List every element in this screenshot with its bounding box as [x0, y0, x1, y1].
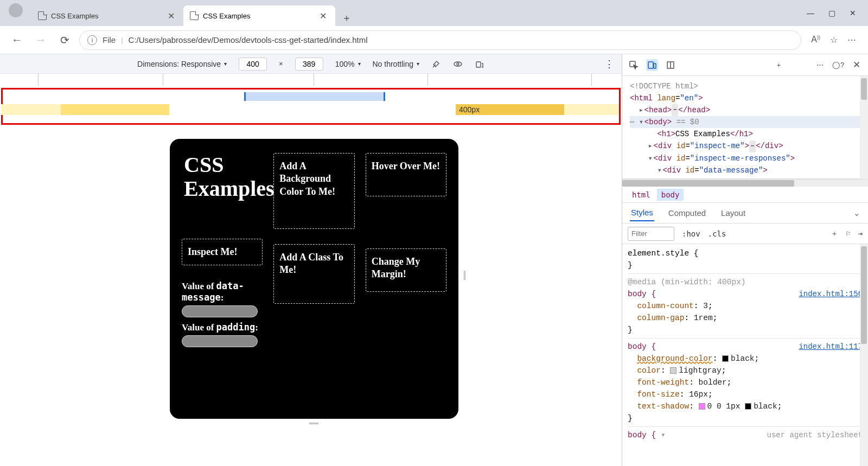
color-swatch-icon[interactable]: [699, 403, 705, 410]
eyedropper-icon[interactable]: [431, 59, 441, 69]
toggle-sidebar-icon[interactable]: ⇥: [858, 229, 863, 239]
media-query-bar-max[interactable]: [244, 92, 385, 101]
tab-computed[interactable]: Computed: [667, 205, 707, 221]
browser-tabs: CSS Examples ✕ CSS Examples ✕ ＋: [31, 3, 355, 26]
scrollbar[interactable]: [860, 244, 868, 466]
throttling-dropdown[interactable]: No throttling: [373, 60, 419, 68]
label-padding: Value of padding:: [182, 322, 263, 333]
read-aloud-icon[interactable]: A)): [811, 35, 820, 44]
inspect-me-box[interactable]: Inspect Me!: [182, 239, 263, 265]
scrollbar[interactable]: [622, 179, 868, 187]
devtools-panel: ＋ ⋯ ◯? ✕ <!DOCTYPE html> <html lang="en"…: [622, 54, 868, 466]
page-heading: CSS Examples: [184, 153, 282, 201]
tab-layout[interactable]: Layout: [720, 205, 746, 221]
styles-rules[interactable]: element.style { } @media (min-width: 400…: [622, 244, 868, 446]
filter-input[interactable]: [628, 227, 674, 241]
more-icon[interactable]: ⋯: [847, 35, 856, 45]
color-swatch-icon[interactable]: [722, 355, 729, 362]
chevron-down-icon[interactable]: ⌄: [853, 208, 860, 218]
tab-title: CSS Examples: [203, 12, 313, 20]
label-data-message: Value of data-message:: [182, 280, 263, 303]
browser-tab[interactable]: CSS Examples ✕: [183, 5, 335, 26]
back-button[interactable]: ←: [8, 31, 26, 49]
profile-avatar-icon[interactable]: [9, 3, 23, 17]
toolbar-right: A)) ☆ ⋯: [807, 35, 860, 45]
close-window-icon[interactable]: ✕: [850, 9, 856, 17]
minimize-icon[interactable]: —: [807, 9, 814, 17]
browser-tab[interactable]: CSS Examples ✕: [31, 5, 183, 26]
address-bar[interactable]: i File | C:/Users/pabrosse/dev/Demos/dev…: [79, 30, 801, 50]
vision-deficiency-icon[interactable]: [453, 59, 463, 69]
svg-point-0: [454, 62, 462, 66]
device-emulation-pane: Dimensions: Responsive × 100% No throttl…: [0, 54, 622, 466]
site-info-icon[interactable]: i: [87, 35, 97, 45]
devtools-more-icon[interactable]: ⋯: [814, 59, 826, 71]
close-icon[interactable]: ✕: [165, 10, 177, 22]
color-swatch-icon[interactable]: [670, 367, 676, 374]
window-controls: — ▢ ✕: [807, 9, 868, 17]
close-icon[interactable]: ✕: [317, 10, 329, 22]
media-query-bar-min[interactable]: [1, 104, 61, 115]
emulated-page[interactable]: CSS Examples Inspect Me! Value of data-m…: [170, 139, 458, 419]
ua-stylesheet-label: user agent stylesheet: [767, 429, 863, 441]
hov-toggle[interactable]: :hov: [682, 229, 700, 238]
hover-box[interactable]: Hover Over Me!: [366, 153, 446, 196]
source-link[interactable]: index.html:156: [799, 288, 863, 300]
svg-point-1: [457, 63, 459, 65]
color-swatch-icon[interactable]: [745, 403, 751, 410]
tab-title: CSS Examples: [51, 12, 161, 20]
page-icon: [38, 11, 47, 20]
browser-titlebar: CSS Examples ✕ CSS Examples ✕ ＋ — ▢ ✕: [0, 0, 868, 26]
new-style-rule-icon[interactable]: ＋: [831, 229, 838, 239]
add-class-box[interactable]: Add A Class To Me!: [273, 244, 354, 304]
media-query-bar-min[interactable]: 400px: [456, 104, 564, 115]
resize-handle-icon[interactable]: ||: [309, 422, 320, 424]
tab-styles[interactable]: Styles: [630, 205, 654, 221]
elements-tab-icon[interactable]: [665, 59, 676, 71]
url-text: C:/Users/pabrosse/dev/Demos/devtools-css…: [129, 35, 368, 44]
ruler-ticks: [0, 74, 622, 86]
refresh-button[interactable]: ⟳: [55, 31, 74, 49]
maximize-icon[interactable]: ▢: [828, 9, 835, 17]
rotate-icon[interactable]: [475, 59, 484, 69]
forward-button: →: [31, 31, 50, 49]
close-devtools-icon[interactable]: ✕: [851, 59, 863, 71]
help-icon[interactable]: ◯?: [832, 59, 844, 71]
source-link[interactable]: index.html:117: [799, 341, 863, 353]
padding-input[interactable]: [182, 335, 258, 347]
inspect-element-icon[interactable]: [628, 59, 640, 71]
url-scheme: File: [103, 35, 116, 44]
favorite-icon[interactable]: ☆: [830, 35, 838, 45]
data-message-input[interactable]: [182, 305, 258, 317]
svg-rect-5: [654, 63, 656, 68]
add-bg-box[interactable]: Add A Background Color To Me!: [273, 153, 354, 229]
dom-breadcrumb: html body: [622, 187, 868, 203]
device-toolbar-more-icon[interactable]: ⋮: [604, 58, 614, 70]
svg-rect-4: [648, 62, 653, 68]
emulated-viewport-wrapper: CSS Examples Inspect Me! Value of data-m…: [0, 128, 622, 466]
margin-box[interactable]: Change My Margin!: [366, 248, 446, 292]
media-query-bar-min[interactable]: [61, 104, 169, 115]
styles-filter-row: :hov .cls ＋ ⚐ ⇥: [622, 224, 868, 244]
width-input[interactable]: [239, 58, 267, 71]
new-tab-button[interactable]: ＋: [339, 10, 355, 26]
height-input[interactable]: [295, 58, 323, 71]
multiply-icon: ×: [279, 60, 283, 68]
separator: |: [121, 36, 123, 44]
breadcrumb-item[interactable]: body: [657, 189, 684, 201]
scrollbar[interactable]: [860, 76, 868, 179]
zoom-dropdown[interactable]: 100%: [335, 60, 361, 68]
toggle-device-toolbar-icon[interactable]: [646, 59, 658, 71]
cls-toggle[interactable]: .cls: [708, 229, 726, 238]
elements-tree[interactable]: <!DOCTYPE html> <html lang="en"> ▸<head>…: [622, 76, 868, 179]
resize-handle-icon[interactable]: ||: [463, 269, 465, 280]
svg-rect-2: [476, 62, 481, 67]
device-toolbar: Dimensions: Responsive × 100% No throttl…: [0, 54, 622, 74]
ruler-area: 400px: [0, 74, 622, 128]
media-query-bar-min[interactable]: [564, 104, 618, 115]
new-tab-button[interactable]: ＋: [773, 59, 784, 71]
breadcrumb-item[interactable]: html: [628, 189, 655, 201]
pin-icon[interactable]: ⚐: [846, 229, 850, 239]
styles-tabs: Styles Computed Layout ⌄: [622, 203, 868, 224]
dimensions-dropdown[interactable]: Dimensions: Responsive: [137, 60, 227, 68]
